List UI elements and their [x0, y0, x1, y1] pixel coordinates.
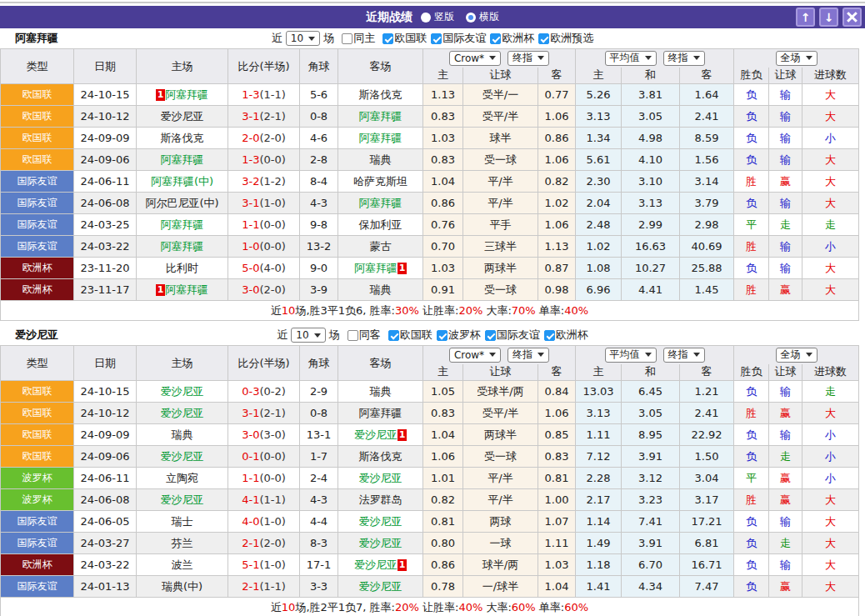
layout-option-vertical[interactable]: 竖版 [421, 10, 454, 24]
same-venue-checkbox[interactable] [342, 33, 352, 44]
handicap-result-cell: 输 [769, 511, 802, 533]
away-team-cell: 瑞典 [338, 149, 423, 171]
result-cell: 胜 [734, 236, 769, 258]
sub-col-goals-result: 进球数 [802, 68, 859, 84]
result-cell: 负 [734, 424, 769, 446]
sub-col-avg-draw: 和 [622, 364, 680, 381]
match-date: 24-09-09 [80, 132, 129, 144]
league-filter[interactable]: 欧国联 [388, 328, 432, 343]
move-up-button[interactable]: ↑ [796, 8, 815, 27]
chevron-down-icon [806, 353, 812, 357]
odds-value: 22.92 [691, 428, 722, 441]
handicap-away-odds-cell: 1.07 [538, 511, 576, 533]
match-count-value: 10 [291, 33, 303, 44]
layout-option-label: 竖版 [434, 10, 454, 24]
average-select[interactable]: 平均值 [605, 51, 657, 66]
chevron-down-icon [489, 353, 496, 357]
average-select[interactable]: 平均值 [605, 348, 657, 363]
match-date: 24-09-06 [80, 450, 129, 463]
league-type-label: 欧国联 [22, 110, 52, 122]
avg-away-odds-cell: 1.56 [680, 149, 734, 171]
league-filter[interactable]: 国际友谊 [431, 31, 486, 46]
league-checkbox[interactable] [490, 33, 501, 44]
league-filter[interactable]: 欧洲杯 [544, 328, 588, 343]
summary-segment: 30% [395, 304, 419, 317]
sub-col-handicap: 让球 [463, 68, 538, 84]
handicap-away-odds-cell: 1.03 [538, 554, 576, 576]
league-filter[interactable]: 欧国联 [382, 31, 427, 46]
home-team-cell: 爱沙尼亚 [137, 489, 228, 511]
league-type-cell: 国际友谊 [1, 171, 74, 193]
odds-value: 16.71 [691, 558, 722, 571]
fulltime-select[interactable]: 全场 [776, 51, 818, 66]
fulltime-score: 0-1 [242, 450, 259, 463]
team-name: 爱沙尼亚 [15, 328, 58, 343]
same-venue-filter[interactable]: 同客 [348, 328, 381, 343]
close-button[interactable] [842, 8, 862, 27]
score-cell: 5-0(4-0) [228, 258, 300, 279]
goals-result-cell: 小 [802, 128, 859, 149]
match-row: 欧洲杯23-11-20比利时5-0(4-0)9-0阿塞拜疆11.03两球半0.8… [1, 258, 859, 279]
match-count-select[interactable]: 10 [286, 31, 320, 46]
radio-unselected-icon[interactable] [421, 13, 431, 23]
team-name-text: 阿塞拜疆 [359, 407, 402, 419]
match-count-select[interactable]: 10 [291, 328, 325, 343]
fulltime-select[interactable]: 全场 [776, 348, 818, 363]
avg-draw-odds-cell: 3.05 [622, 403, 680, 424]
col-type: 类型 [1, 49, 74, 84]
corner-cell: 4-6 [300, 128, 338, 149]
same-venue-checkbox[interactable] [348, 330, 358, 341]
radio-selected-icon[interactable] [466, 13, 476, 23]
avg-draw-odds-cell: 8.95 [622, 424, 680, 446]
goals-result-cell: 大 [802, 511, 859, 533]
league-checkbox[interactable] [544, 330, 555, 341]
odds-value: 球半/两 [482, 558, 518, 571]
league-checkbox[interactable] [388, 330, 399, 341]
score-cell: 5-1(1-0) [228, 554, 300, 576]
bookmaker-select[interactable]: Crow* [449, 51, 501, 66]
odds-stage-select[interactable]: 终指 [508, 51, 549, 66]
layout-option-horizontal[interactable]: 横版 [466, 10, 499, 24]
league-type-cell: 国际友谊 [1, 214, 74, 236]
result-text: 负 [746, 153, 757, 166]
odds-value: 17.21 [691, 515, 722, 528]
league-checkbox[interactable] [382, 33, 393, 44]
avg-home-odds-cell: 1.49 [576, 533, 622, 554]
team-name-text: 阿塞拜疆 [161, 218, 204, 231]
league-filter[interactable]: 欧洲预选 [538, 31, 593, 46]
corner-count: 3-3 [310, 580, 328, 593]
home-team-cell: 阿塞拜疆(中) [137, 171, 228, 193]
odds-value: 0.83 [545, 450, 569, 463]
league-filter[interactable]: 国际友谊 [485, 328, 540, 343]
league-checkbox[interactable] [437, 330, 448, 341]
league-checkbox[interactable] [538, 33, 549, 44]
league-filter[interactable]: 波罗杯 [437, 328, 481, 343]
avg-draw-odds-cell: 3.81 [622, 84, 680, 106]
goals-result-cell: 大 [802, 193, 859, 214]
league-type-label: 国际友谊 [18, 175, 58, 187]
avg-draw-odds-cell: 3.13 [622, 193, 680, 214]
summary-segment: 近 [271, 304, 282, 317]
date-cell: 24-03-25 [74, 214, 137, 236]
match-date: 24-03-25 [80, 218, 129, 231]
result-text: 赢 [780, 580, 791, 593]
league-checkbox[interactable] [431, 33, 442, 44]
odds-value: 一/球半 [482, 580, 518, 593]
handicap-result-cell: 走 [769, 446, 802, 468]
odds-stage-select-2[interactable]: 终指 [663, 51, 705, 66]
league-filter[interactable]: 欧洲杯 [490, 31, 534, 46]
league-type-label: 欧洲杯 [22, 558, 52, 570]
avg-draw-odds-cell: 3.91 [622, 533, 680, 554]
odds-value: 受平/半 [482, 110, 518, 123]
odds-stage-select-2[interactable]: 终指 [663, 348, 705, 363]
bookmaker-select[interactable]: Crow* [449, 348, 501, 363]
handicap-home-odds-cell: 1.04 [423, 424, 463, 446]
league-checkbox[interactable] [485, 330, 496, 341]
date-cell: 23-11-17 [74, 279, 137, 301]
handicap-home-odds-cell: 0.83 [423, 106, 463, 128]
odds-stage-select[interactable]: 终指 [508, 348, 549, 363]
same-venue-filter[interactable]: 同主 [342, 31, 375, 46]
handicap-line-cell: 平/半 [463, 489, 538, 511]
chevron-down-icon [645, 353, 652, 357]
move-down-button[interactable]: ↓ [819, 8, 838, 27]
